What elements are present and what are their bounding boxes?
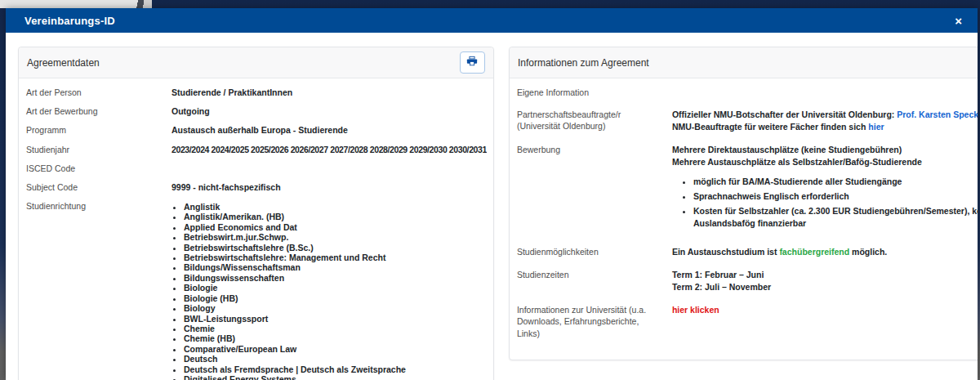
list-item: Biology	[184, 303, 487, 313]
field-row-studienmoeglichkeiten: Studienmöglichkeiten Ein Austauschstudiu…	[517, 246, 978, 258]
list-item: Biologie	[184, 283, 487, 293]
studienmoeglichkeiten-text-after: möglich.	[849, 247, 887, 257]
list-item: Anglistik/Amerikan. (HB)	[184, 212, 487, 221]
list-item: Bildungs/Wissenschaftsman	[184, 262, 487, 272]
field-label: Studienzeiten	[517, 269, 672, 280]
field-row-partnerschaftsbeauftragte: Partnerschaftsbeauftragte/r (Universität…	[517, 109, 978, 133]
list-item: Kosten für Selbstzahler (ca. 2.300 EUR S…	[693, 205, 978, 230]
agreement-data-panel-body: Art der Person Studierende / PraktikantI…	[19, 78, 493, 380]
list-item: Sprachnachweis Englisch erforderlich	[693, 190, 978, 203]
agreement-data-panel-header: Agreementdaten	[19, 47, 493, 78]
studienmoeglichkeiten-highlight: fachübergreifend	[779, 247, 849, 257]
field-value: Ein Austauschstudium ist fachübergreifen…	[672, 246, 978, 258]
field-value: Studierende / PraktikantInnen	[172, 87, 487, 98]
list-item: Biologie (HB)	[184, 293, 487, 303]
field-row-uni-info: Informationen zur Universität (u.a. Down…	[517, 304, 978, 339]
field-label: Studienmöglichkeiten	[517, 246, 672, 257]
agreement-modal: Vereinbarungs-ID × Agreementdaten	[6, 8, 978, 380]
field-label: Subject Code	[26, 181, 172, 193]
background-page-edge	[0, 0, 152, 8]
agreement-info-panel: Informationen zum Agreement Eigene Infor…	[509, 47, 978, 360]
field-value: Mehrere Direktaustauschplätze (keine Stu…	[672, 144, 978, 235]
field-row-studienjahr: Studienjahr 2023/2024 2024/2025 2025/202…	[26, 144, 487, 155]
agreement-info-panel-header: Informationen zum Agreement	[510, 47, 978, 78]
field-label: Programm	[26, 124, 172, 136]
field-label: Studienjahr	[26, 144, 172, 155]
studienmoeglichkeiten-text-before: Ein Austauschstudium ist	[672, 247, 779, 257]
print-button[interactable]	[460, 51, 485, 74]
field-row-subject-code: Subject Code 9999 - nicht-fachspezifisch	[26, 181, 487, 193]
field-row-isced-code: ISCED Code	[26, 163, 487, 174]
field-label: Studienrichtung	[26, 200, 172, 212]
modal-body: Agreementdaten Art der Person Studierend…	[6, 33, 978, 380]
field-value: 9999 - nicht-fachspezifisch	[172, 181, 487, 193]
list-item: Digitalised Energy Systems	[184, 374, 487, 380]
field-row-art-der-person: Art der Person Studierende / PraktikantI…	[26, 87, 487, 98]
agreement-data-panel: Agreementdaten Art der Person Studierend…	[18, 47, 494, 380]
field-label: Bewerbung	[517, 144, 672, 155]
modal-header: Vereinbarungs-ID ×	[6, 8, 978, 33]
list-item: Betriebswirt.m.jur.Schwp.	[184, 232, 487, 242]
list-item: möglich für BA/MA-Studierende aller Stud…	[693, 176, 978, 188]
printer-icon	[466, 56, 478, 69]
field-value: hier klicken	[672, 304, 978, 316]
field-label: Art der Person	[26, 87, 172, 98]
partner-line-1: Offizieller NMU-Botschafter der Universi…	[672, 109, 978, 121]
field-label: Partnerschaftsbeauftragte/r (Universität…	[517, 109, 672, 132]
agreement-info-panel-body: Eigene Information Partnerschaftsbeauftr…	[510, 78, 978, 360]
list-item: Chemie (HB)	[184, 333, 487, 343]
field-row-bewerbung: Bewerbung Mehrere Direktaustauschplätze …	[517, 144, 978, 235]
bewerbung-line-2: Mehrere Austauschplätze als Selbstzahler…	[672, 156, 978, 168]
list-item: Bildungswissenschaften	[184, 273, 487, 283]
list-item: BWL-Leistungssport	[184, 314, 487, 324]
studienrichtung-list: AnglistikAnglistik/Amerikan. (HB)Applied…	[172, 202, 487, 380]
field-row-eigene-information: Eigene Information	[517, 87, 978, 98]
field-value: Offizieller NMU-Botschafter der Universi…	[672, 109, 978, 133]
field-value: Term 1: Februar – Juni Term 2: Juli – No…	[672, 269, 978, 293]
field-value: AnglistikAnglistik/Amerikan. (HB)Applied…	[172, 200, 487, 380]
list-item: Anglistik	[184, 202, 487, 212]
close-icon[interactable]: ×	[951, 13, 965, 29]
field-row-studienrichtung: Studienrichtung AnglistikAnglistik/Ameri…	[26, 200, 487, 380]
field-value: Austausch außerhalb Europa - Studierende	[172, 124, 487, 136]
list-item: Deutsch als Fremdsprache | Deutsch als Z…	[184, 364, 487, 374]
karsten-speck-link[interactable]: Prof. Karsten Speck (Pädagogik)	[897, 110, 978, 119]
field-value: Outgoing	[172, 105, 487, 117]
hier-link[interactable]: hier	[868, 122, 884, 132]
field-label: Eigene Information	[517, 87, 672, 98]
bewerbung-list: möglich für BA/MA-Studierende aller Stud…	[672, 176, 978, 230]
field-row-studienzeiten: Studienzeiten Term 1: Februar – Juni Ter…	[517, 269, 978, 293]
studienzeiten-term-1: Term 1: Februar – Juni	[672, 269, 978, 281]
studienzeiten-term-2: Term 2: Juli – November	[672, 281, 978, 293]
field-row-art-der-bewerbung: Art der Bewerbung Outgoing	[26, 105, 487, 117]
list-item: Betriebswirtschaftslehre (B.Sc.)	[184, 243, 487, 253]
agreement-info-panel-title: Informationen zum Agreement	[518, 57, 649, 69]
field-value: 2023/2024 2024/2025 2025/2026 2026/2027 …	[172, 144, 487, 155]
partner-line-2: NMU-Beauftragte für weitere Fächer finde…	[672, 121, 978, 133]
agreement-data-panel-title: Agreementdaten	[27, 57, 100, 69]
list-item: Applied Economics and Dat	[184, 222, 487, 232]
list-item: Betriebswirtschaftslehre: Management und…	[184, 253, 487, 262]
list-item: Chemie	[184, 324, 487, 333]
partner-line-2-text: NMU-Beauftragte für weitere Fächer finde…	[672, 122, 868, 132]
hier-klicken-link[interactable]: hier klicken	[672, 305, 719, 315]
field-label: ISCED Code	[26, 163, 172, 174]
field-label: Art der Bewerbung	[26, 105, 172, 117]
bewerbung-line-1: Mehrere Direktaustauschplätze (keine Stu…	[672, 144, 978, 156]
modal-title: Vereinbarungs-ID	[24, 15, 115, 27]
field-label: Informationen zur Universität (u.a. Down…	[517, 304, 672, 339]
list-item: Comparative/European Law	[184, 344, 487, 354]
field-row-programm: Programm Austausch außerhalb Europa - St…	[26, 124, 487, 136]
partner-line-1-text: Offizieller NMU-Botschafter der Universi…	[672, 110, 897, 119]
list-item: Deutsch	[184, 354, 487, 364]
